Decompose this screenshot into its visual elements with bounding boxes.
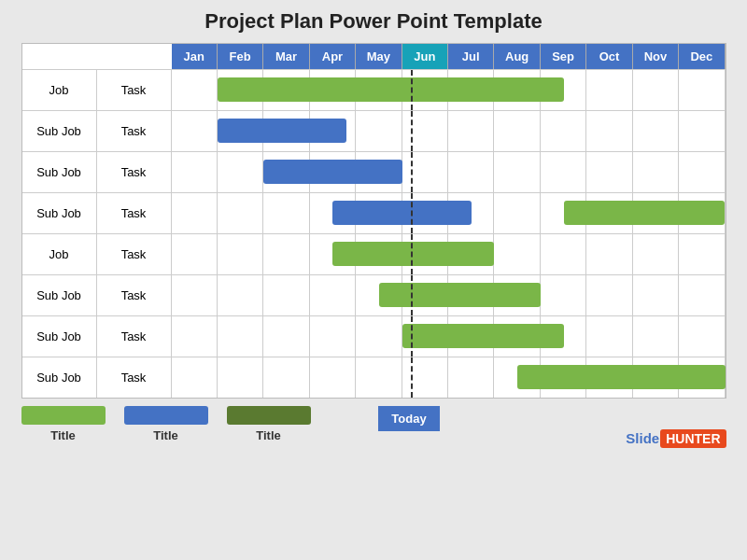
job-label-3: Sub Job: [22, 193, 97, 233]
col-2: [263, 193, 309, 233]
legend-label-2: Title: [256, 428, 281, 442]
col-1: [218, 357, 263, 398]
bar-primary-1: [218, 119, 346, 143]
col-6: [448, 152, 494, 192]
col-2: [263, 357, 309, 398]
col-4: [356, 316, 402, 357]
bar-primary-4: [332, 242, 494, 266]
row-cells-7: [172, 357, 726, 398]
today-line-4: [411, 234, 413, 274]
job-label-6: Sub Job: [22, 316, 97, 357]
job-label-1: Sub Job: [22, 111, 97, 151]
bar-secondary-3: [564, 201, 726, 225]
col-5: [402, 357, 448, 398]
col-2: [263, 316, 309, 357]
months-row: JanFebMarAprMayJunJulAugSepOctNovDec: [172, 44, 726, 69]
row-cells-5: [172, 275, 726, 315]
month-header-oct: Oct: [586, 44, 632, 69]
col-10: [633, 70, 679, 110]
month-header-jul: Jul: [448, 44, 494, 69]
col-5: [402, 111, 448, 151]
task-label-3: Task: [97, 193, 172, 233]
task-label-2: Task: [97, 152, 172, 192]
branding: SlideHUNTER: [626, 430, 726, 447]
col-1: [218, 152, 263, 192]
month-header-feb: Feb: [218, 44, 263, 69]
today-line-6: [411, 316, 413, 357]
col-5: [402, 152, 448, 192]
col-1: [218, 193, 263, 233]
col-4: [356, 357, 402, 398]
col-10: [633, 316, 679, 357]
month-header-aug: Aug: [494, 44, 540, 69]
today-button[interactable]: Today: [378, 406, 439, 431]
month-header-mar: Mar: [263, 44, 309, 69]
col-10: [633, 111, 679, 151]
col-0: [172, 357, 218, 398]
legend: TitleTitleTitle: [21, 406, 320, 442]
gantt-row-5: Sub JobTask: [22, 274, 726, 315]
col-10: [633, 234, 679, 274]
bar-primary-3: [332, 201, 471, 225]
bar-primary-5: [379, 283, 541, 307]
today-line-0: [411, 70, 413, 110]
col-9: [586, 275, 632, 315]
col-7: [494, 152, 540, 192]
bar-primary-6: [402, 324, 564, 348]
col-8: [541, 275, 586, 315]
col-9: [586, 70, 632, 110]
bar-primary-2: [263, 160, 402, 184]
gantt-row-2: Sub JobTask: [22, 151, 726, 192]
col-0: [172, 234, 218, 274]
col-11: [679, 152, 725, 192]
gantt-chart: JanFebMarAprMayJunJulAugSepOctNovDec Job…: [21, 43, 726, 399]
col-8: [541, 152, 586, 192]
task-label-6: Task: [97, 316, 172, 357]
task-label-0: Task: [97, 70, 172, 110]
task-label-7: Task: [97, 357, 172, 398]
job-label-7: Sub Job: [22, 357, 97, 398]
legend-item-1: Title: [124, 406, 208, 442]
job-label-2: Sub Job: [22, 152, 97, 192]
gantt-row-6: Sub JobTask: [22, 315, 726, 357]
col-2: [263, 275, 309, 315]
col-9: [586, 152, 632, 192]
col-11: [679, 316, 725, 357]
gantt-body: JobTaskSub JobTaskSub JobTaskSub JobTask…: [22, 69, 726, 398]
col-10: [633, 152, 679, 192]
legend-bar-1: [124, 406, 208, 425]
month-header-nov: Nov: [633, 44, 679, 69]
col-10: [633, 275, 679, 315]
gantt-row-4: JobTask: [22, 233, 726, 274]
col-4: [356, 111, 402, 151]
gantt-row-0: JobTask: [22, 69, 726, 110]
col-6: [448, 111, 494, 151]
month-header-dec: Dec: [679, 44, 725, 69]
job-label-5: Sub Job: [22, 275, 97, 315]
col-0: [172, 111, 218, 151]
month-header-apr: Apr: [310, 44, 356, 69]
today-line-3: [411, 193, 413, 233]
bar-primary-7: [517, 365, 725, 389]
month-header-jun: Jun: [402, 44, 448, 69]
legend-label-0: Title: [50, 428, 76, 442]
col-3: [310, 275, 356, 315]
gantt-header: JanFebMarAprMayJunJulAugSepOctNovDec: [22, 44, 726, 69]
col-0: [172, 193, 218, 233]
col-0: [172, 275, 218, 315]
task-label-5: Task: [97, 275, 172, 315]
col-1: [218, 316, 263, 357]
row-cells-0: [172, 70, 726, 110]
col-11: [679, 234, 725, 274]
today-line-7: [411, 357, 413, 398]
row-cells-3: [172, 193, 726, 233]
task-label-1: Task: [97, 111, 172, 151]
job-label-4: Job: [22, 234, 97, 274]
col-3: [310, 357, 356, 398]
col-9: [586, 234, 632, 274]
gantt-row-7: Sub JobTask: [22, 357, 726, 398]
month-header-may: May: [356, 44, 402, 69]
bar-primary-0: [218, 77, 564, 102]
col-7: [494, 111, 540, 151]
row-cells-4: [172, 234, 726, 274]
